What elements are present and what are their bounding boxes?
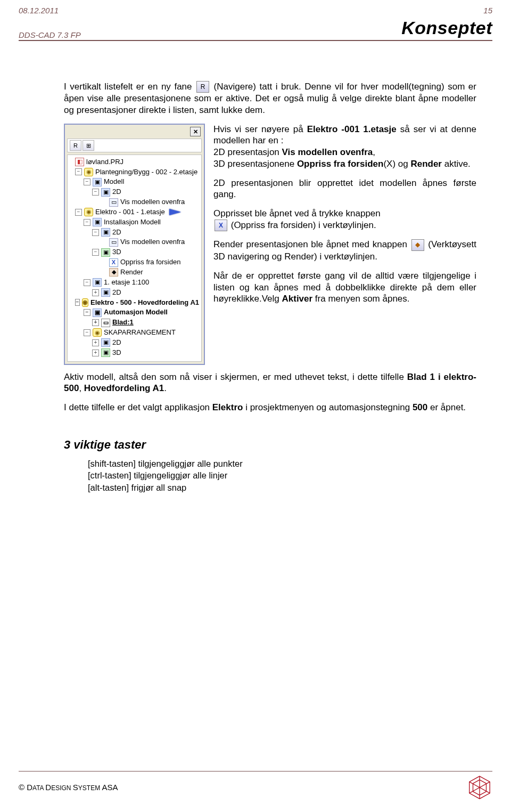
- tool-nav-icon[interactable]: R: [70, 140, 81, 151]
- tree-row-skap[interactable]: −◉SKAPARRANGEMENT: [70, 328, 200, 338]
- header-date: 08.12.2011: [19, 5, 59, 15]
- right-p5: Når de er opprettet første gang vil de a…: [213, 270, 476, 305]
- nav-icon: R: [196, 81, 209, 93]
- collapse-icon[interactable]: −: [84, 219, 90, 226]
- collapse-icon[interactable]: −: [75, 209, 82, 216]
- close-icon[interactable]: ✕: [190, 127, 201, 136]
- cube-icon: ▣: [93, 278, 102, 287]
- tree-row-2d-b[interactable]: −▣2D: [70, 228, 200, 238]
- collapse-icon[interactable]: −: [75, 168, 82, 175]
- panel-toolbar: R ⊞: [67, 139, 202, 152]
- after-p2: I dette tilfelle er det valgt applikasjo…: [64, 402, 476, 413]
- render-icon: ◆: [109, 268, 118, 277]
- cube-icon: ▣: [101, 188, 110, 197]
- tool-grid-icon[interactable]: ⊞: [83, 140, 94, 151]
- footer: © DATA DESIGN SYSTEM ASA: [19, 771, 492, 800]
- bulb-icon: ◉: [82, 298, 88, 307]
- footer-copyright: © DATA DESIGN SYSTEM ASA: [19, 782, 118, 792]
- collapse-icon[interactable]: −: [92, 249, 99, 256]
- tree-row-2d-d[interactable]: +▣2D: [70, 338, 200, 348]
- header-rule: [19, 40, 492, 41]
- tree-row-blad1[interactable]: +▭Blad:1: [70, 318, 200, 328]
- tree-row-elektro500[interactable]: −◉Elektro - 500 - Hovedfordeling A1: [70, 298, 200, 308]
- cube-icon: ▣: [101, 348, 110, 357]
- tree-row-vis2[interactable]: ▭Vis modellen ovenfra: [70, 237, 200, 247]
- intro-paragraph: I vertikalt listefelt er en ny fane R (N…: [64, 81, 476, 116]
- expand-icon[interactable]: +: [92, 319, 99, 326]
- oppriss-icon: X: [215, 220, 227, 231]
- cube-icon: ▣: [93, 218, 102, 226]
- bulb-icon: ◉: [84, 168, 93, 176]
- header-pageno: 15: [483, 5, 492, 15]
- tree-row-etasje[interactable]: −▣1. etasje 1:100: [70, 278, 200, 288]
- collapse-icon[interactable]: −: [84, 309, 90, 316]
- key-line-1: [shift-tasten] tilgjengeliggjør alle pun…: [88, 458, 476, 469]
- tree-view[interactable]: ◧løvland.PRJ −◉Plantegning/Bygg - 002 - …: [67, 155, 202, 362]
- bulb-icon: ◉: [84, 208, 93, 216]
- oppriss-icon: X: [109, 258, 118, 267]
- cube-icon: ▣: [101, 248, 110, 257]
- right-p4: Render presentasjonen ble åpnet med knap…: [213, 239, 476, 262]
- expand-icon[interactable]: +: [92, 350, 99, 356]
- tree-row-elektro001[interactable]: −◉Elektro - 001 - 1.etasje: [70, 207, 200, 217]
- section-heading: 3 viktige taster: [64, 437, 476, 452]
- after-p1: Aktiv modell, altså den som nå viser i s…: [64, 371, 476, 395]
- tree-row-vis1[interactable]: ▭Vis modellen ovenfra: [70, 197, 200, 207]
- cube-icon: ▣: [101, 338, 110, 347]
- bulb-icon: ◉: [93, 328, 102, 337]
- tree-row-modell[interactable]: −▣Modell: [70, 177, 200, 187]
- collapse-icon[interactable]: −: [75, 299, 80, 306]
- header-title: Konseptet: [401, 17, 492, 40]
- cube-icon: ▣: [93, 308, 102, 317]
- key-line-2: [ctrl-tasten] tilgjengeliggjør alle linj…: [88, 469, 476, 481]
- tree-row-automasjon[interactable]: −▣Automasjon Modell: [70, 307, 200, 318]
- expand-icon[interactable]: +: [92, 289, 99, 296]
- project-icon: ◧: [75, 158, 84, 166]
- tree-row-2d[interactable]: −▣2D: [70, 187, 200, 197]
- right-p3: Opprisset ble åpnet ved å trykke knappen…: [213, 208, 476, 231]
- tree-row-prj[interactable]: ◧løvland.PRJ: [70, 157, 200, 167]
- dds-logo-icon: [467, 775, 492, 800]
- expand-icon[interactable]: +: [92, 339, 99, 346]
- pointer-arrow-icon: [169, 209, 181, 215]
- tree-row-3d[interactable]: −▣3D: [70, 247, 200, 257]
- view-icon: ▭: [109, 198, 118, 207]
- panel-titlebar: ✕: [67, 127, 202, 139]
- collapse-icon[interactable]: −: [92, 189, 99, 196]
- sheet-icon: ▭: [101, 319, 110, 327]
- tree-panel: ✕ R ⊞ ◧løvland.PRJ −◉Plantegning/Bygg - …: [64, 124, 205, 365]
- render-icon: ◆: [411, 239, 424, 251]
- collapse-icon[interactable]: −: [84, 279, 90, 286]
- collapse-icon[interactable]: −: [84, 178, 90, 185]
- cube-icon: ▣: [101, 288, 110, 297]
- tree-row-render[interactable]: ◆Render: [70, 267, 200, 278]
- collapse-icon[interactable]: −: [84, 329, 90, 336]
- tree-row-2d-c[interactable]: +▣2D: [70, 288, 200, 298]
- tree-row-install-modell[interactable]: −▣Installasjon Modell: [70, 217, 200, 228]
- header-product: DDS-CAD 7.3 FP: [19, 30, 81, 40]
- cube-icon: ▣: [93, 178, 102, 186]
- right-p2: 2D presentasjonen blir opprettet idet mo…: [213, 177, 476, 201]
- view-icon: ▭: [109, 238, 118, 247]
- right-p1: Hvis vi ser nøyere på Elektro -001 1.eta…: [213, 124, 476, 170]
- cube-icon: ▣: [101, 228, 110, 237]
- tree-row-3d-b[interactable]: +▣3D: [70, 348, 200, 358]
- key-line-3: [alt-tasten] frigjør all snap: [88, 482, 476, 493]
- tree-row-plantegning[interactable]: −◉Plantegning/Bygg - 002 - 2.etasje: [70, 167, 200, 177]
- collapse-icon[interactable]: −: [92, 229, 99, 236]
- tree-row-oppriss[interactable]: XOppriss fra forsiden: [70, 257, 200, 267]
